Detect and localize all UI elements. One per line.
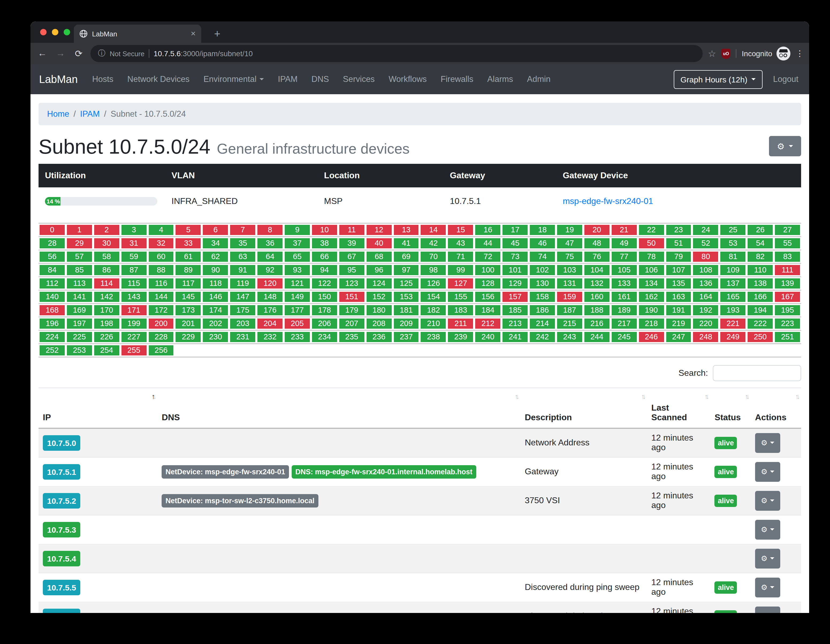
browser-tab[interactable]: LabMan [74, 25, 201, 43]
ip-cell-117[interactable]: 117 [175, 277, 202, 290]
ip-cell-123[interactable]: 123 [338, 277, 366, 290]
ip-cell-114[interactable]: 114 [93, 277, 120, 290]
ip-cell-33[interactable]: 33 [175, 237, 202, 249]
ip-cell-224[interactable]: 224 [38, 331, 66, 343]
ip-cell-72[interactable]: 72 [474, 251, 502, 263]
ip-cell-231[interactable]: 231 [229, 331, 256, 343]
ip-cell-229[interactable]: 229 [175, 331, 202, 343]
ip-cell-212[interactable]: 212 [474, 317, 502, 330]
ip-cell-82[interactable]: 82 [746, 251, 774, 263]
nav-item-ipam[interactable]: IPAM [271, 75, 305, 84]
column-header-last-scanned[interactable]: Last Scanned [647, 388, 710, 428]
ip-cell-243[interactable]: 243 [556, 331, 583, 343]
ip-cell-60[interactable]: 60 [147, 251, 175, 263]
ip-cell-91[interactable]: 91 [229, 264, 256, 276]
ip-cell-199[interactable]: 199 [120, 317, 147, 330]
ip-cell-45[interactable]: 45 [501, 237, 529, 249]
ip-cell-128[interactable]: 128 [474, 277, 502, 290]
ip-cell-106[interactable]: 106 [638, 264, 665, 276]
ip-cell-40[interactable]: 40 [365, 237, 393, 249]
row-actions-button[interactable] [755, 606, 780, 613]
ip-cell-53[interactable]: 53 [719, 237, 747, 249]
ip-cell-70[interactable]: 70 [420, 251, 447, 263]
ip-cell-221[interactable]: 221 [719, 317, 747, 330]
ip-cell-127[interactable]: 127 [447, 277, 474, 290]
ip-cell-90[interactable]: 90 [202, 264, 229, 276]
ip-cell-238[interactable]: 238 [420, 331, 447, 343]
ip-cell-155[interactable]: 155 [447, 291, 474, 303]
ip-cell-19[interactable]: 19 [556, 224, 583, 236]
ip-cell-64[interactable]: 64 [256, 251, 284, 263]
ip-cell-244[interactable]: 244 [583, 331, 611, 343]
ip-cell-61[interactable]: 61 [175, 251, 202, 263]
ip-cell-192[interactable]: 192 [692, 304, 719, 316]
ip-cell-25[interactable]: 25 [719, 224, 747, 236]
ip-cell-116[interactable]: 116 [147, 277, 175, 290]
nav-item-hosts[interactable]: Hosts [86, 75, 120, 84]
ip-cell-253[interactable]: 253 [66, 344, 93, 357]
ip-cell-207[interactable]: 207 [338, 317, 366, 330]
ip-cell-250[interactable]: 250 [746, 331, 774, 343]
ip-cell-189[interactable]: 189 [610, 304, 638, 316]
search-input[interactable] [713, 365, 801, 381]
ip-cell-245[interactable]: 245 [610, 331, 638, 343]
breadcrumb-item-1[interactable]: Home [47, 109, 69, 119]
graph-hours-button[interactable]: Graph Hours (12h) [673, 70, 762, 89]
row-actions-button[interactable] [755, 577, 780, 597]
ip-cell-87[interactable]: 87 [120, 264, 147, 276]
ip-cell-182[interactable]: 182 [420, 304, 447, 316]
nav-item-network-devices[interactable]: Network Devices [120, 75, 196, 84]
site-info-icon[interactable] [98, 49, 105, 58]
ip-cell-146[interactable]: 146 [202, 291, 229, 303]
row-actions-button[interactable] [755, 462, 780, 482]
ip-cell-130[interactable]: 130 [529, 277, 556, 290]
nav-item-firewalls[interactable]: Firewalls [434, 75, 480, 84]
ip-cell-135[interactable]: 135 [665, 277, 692, 290]
ip-cell-208[interactable]: 208 [365, 317, 393, 330]
ip-cell-214[interactable]: 214 [529, 317, 556, 330]
ip-cell-142[interactable]: 142 [93, 291, 120, 303]
ip-cell-151[interactable]: 151 [338, 291, 366, 303]
ip-cell-131[interactable]: 131 [556, 277, 583, 290]
ip-cell-169[interactable]: 169 [66, 304, 93, 316]
ip-cell-47[interactable]: 47 [556, 237, 583, 249]
ip-cell-18[interactable]: 18 [529, 224, 556, 236]
ip-cell-190[interactable]: 190 [638, 304, 665, 316]
ip-cell-147[interactable]: 147 [229, 291, 256, 303]
ip-cell-201[interactable]: 201 [175, 317, 202, 330]
ip-cell-196[interactable]: 196 [38, 317, 66, 330]
ip-cell-254[interactable]: 254 [93, 344, 120, 357]
ip-cell-222[interactable]: 222 [746, 317, 774, 330]
nav-item-services[interactable]: Services [336, 75, 382, 84]
ip-cell-180[interactable]: 180 [365, 304, 393, 316]
ip-cell-163[interactable]: 163 [665, 291, 692, 303]
ip-cell-16[interactable]: 16 [474, 224, 502, 236]
ip-cell-48[interactable]: 48 [583, 237, 611, 249]
ip-cell-197[interactable]: 197 [66, 317, 93, 330]
ip-cell-49[interactable]: 49 [610, 237, 638, 249]
ip-cell-29[interactable]: 29 [66, 237, 93, 249]
ip-cell-7[interactable]: 7 [229, 224, 256, 236]
ip-cell-65[interactable]: 65 [284, 251, 311, 263]
ip-cell-43[interactable]: 43 [447, 237, 474, 249]
ip-cell-226[interactable]: 226 [93, 331, 120, 343]
ip-cell-58[interactable]: 58 [93, 251, 120, 263]
ip-cell-1[interactable]: 1 [66, 224, 93, 236]
ip-cell-54[interactable]: 54 [746, 237, 774, 249]
ip-cell-94[interactable]: 94 [311, 264, 338, 276]
ip-cell-129[interactable]: 129 [501, 277, 529, 290]
ip-badge[interactable]: 10.7.5.2 [43, 493, 80, 509]
ip-cell-122[interactable]: 122 [311, 277, 338, 290]
ip-cell-119[interactable]: 119 [229, 277, 256, 290]
ip-cell-34[interactable]: 34 [202, 237, 229, 249]
ip-cell-4[interactable]: 4 [147, 224, 175, 236]
ip-cell-92[interactable]: 92 [256, 264, 284, 276]
ip-cell-247[interactable]: 247 [665, 331, 692, 343]
ip-cell-59[interactable]: 59 [120, 251, 147, 263]
ip-cell-111[interactable]: 111 [774, 264, 801, 276]
ip-cell-160[interactable]: 160 [583, 291, 611, 303]
forward-button[interactable] [54, 48, 67, 59]
ip-cell-35[interactable]: 35 [229, 237, 256, 249]
ip-cell-233[interactable]: 233 [284, 331, 311, 343]
ip-cell-55[interactable]: 55 [774, 237, 801, 249]
